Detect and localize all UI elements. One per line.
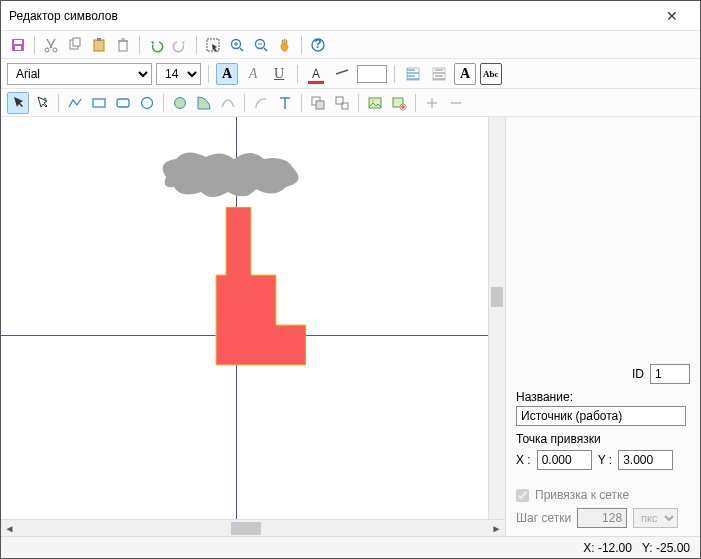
font-toolbar: Arial 14 A A U A A Abc	[1, 59, 700, 89]
svg-rect-19	[117, 99, 129, 107]
align-left-icon[interactable]	[402, 63, 424, 85]
svg-rect-18	[93, 99, 105, 107]
vertical-scrollbar[interactable]	[488, 117, 505, 519]
close-icon[interactable]: ✕	[652, 8, 692, 24]
window-title: Редактор символов	[9, 9, 652, 23]
horizontal-scrollbar[interactable]: ◄ ►	[1, 519, 505, 536]
snap-label: Привязка к сетке	[535, 488, 629, 502]
cut-icon[interactable]	[40, 34, 62, 56]
help-icon[interactable]: ?	[307, 34, 329, 56]
plus-icon[interactable]	[421, 92, 443, 114]
svg-rect-23	[316, 101, 324, 109]
copy-icon[interactable]	[64, 34, 86, 56]
svg-rect-6	[73, 38, 80, 46]
shape-red-polygon[interactable]	[206, 207, 306, 367]
svg-point-21	[175, 97, 186, 108]
save-icon[interactable]	[7, 34, 29, 56]
pointer-tool-icon[interactable]	[7, 92, 29, 114]
filled-circle-tool-icon[interactable]	[169, 92, 191, 114]
draw-toolbar	[1, 89, 700, 117]
svg-rect-8	[97, 38, 101, 41]
titlebar: Редактор символов ✕	[1, 1, 700, 31]
fill-color-box[interactable]	[357, 65, 387, 83]
svg-text:?: ?	[314, 37, 321, 51]
redo-icon[interactable]	[169, 34, 191, 56]
font-color-button[interactable]: A	[305, 63, 327, 85]
rect-tool-icon[interactable]	[88, 92, 110, 114]
svg-rect-26	[369, 98, 381, 108]
id-field[interactable]	[650, 364, 690, 384]
status-x: X: -12.00	[583, 541, 632, 555]
text-frame-button[interactable]: A	[454, 63, 476, 85]
pan-icon[interactable]	[274, 34, 296, 56]
id-label: ID	[632, 367, 644, 381]
font-family-select[interactable]: Arial	[7, 63, 152, 85]
paste-icon[interactable]	[88, 34, 110, 56]
name-label: Название:	[516, 390, 573, 404]
select-rect-icon[interactable]	[202, 34, 224, 56]
grid-step-unit: пкс	[633, 508, 678, 528]
undo-icon[interactable]	[145, 34, 167, 56]
canvas[interactable]	[1, 117, 505, 519]
grid-step-field	[577, 508, 627, 528]
curve-tool-icon[interactable]	[217, 92, 239, 114]
svg-point-17	[44, 97, 47, 100]
line-style-button[interactable]	[331, 63, 353, 85]
anchor-label: Точка привязки	[516, 432, 601, 446]
align-center-icon[interactable]	[428, 63, 450, 85]
svg-rect-9	[119, 41, 127, 51]
grid-step-label: Шаг сетки	[516, 511, 571, 525]
name-field[interactable]	[516, 406, 686, 426]
x-label: X :	[516, 453, 531, 467]
group-icon[interactable]	[307, 92, 329, 114]
delete-icon[interactable]	[112, 34, 134, 56]
image-tool-icon[interactable]	[364, 92, 386, 114]
edit-points-tool-icon[interactable]	[31, 92, 53, 114]
anchor-x-field[interactable]	[537, 450, 592, 470]
snap-checkbox	[516, 489, 529, 502]
scroll-left-icon[interactable]: ◄	[1, 520, 18, 537]
font-size-select[interactable]: 14	[156, 63, 201, 85]
svg-point-20	[142, 97, 153, 108]
image-add-icon[interactable]	[388, 92, 410, 114]
text-abc-button[interactable]: Abc	[480, 63, 502, 85]
properties-panel: ID Название: Точка привязки X : Y :	[505, 117, 700, 536]
roundrect-tool-icon[interactable]	[112, 92, 134, 114]
minus-icon[interactable]	[445, 92, 467, 114]
svg-point-4	[53, 48, 57, 52]
shape-cloud[interactable]	[156, 147, 306, 202]
bold-button[interactable]: A	[216, 63, 238, 85]
anchor-y-field[interactable]	[618, 450, 673, 470]
filled-pie-tool-icon[interactable]	[193, 92, 215, 114]
status-bar: X: -12.00 Y: -25.00	[1, 536, 700, 558]
svg-rect-2	[15, 46, 21, 50]
underline-button[interactable]: U	[268, 63, 290, 85]
zoom-in-icon[interactable]	[226, 34, 248, 56]
svg-point-3	[45, 48, 49, 52]
y-label: Y :	[598, 453, 612, 467]
status-y: Y: -25.00	[642, 541, 690, 555]
circle-tool-icon[interactable]	[136, 92, 158, 114]
svg-point-27	[372, 99, 375, 102]
main-toolbar: ?	[1, 31, 700, 59]
polyline-tool-icon[interactable]	[64, 92, 86, 114]
italic-button[interactable]: A	[242, 63, 264, 85]
text-tool-icon[interactable]	[274, 92, 296, 114]
svg-rect-1	[14, 40, 22, 44]
scroll-right-icon[interactable]: ►	[488, 520, 505, 537]
zoom-out-icon[interactable]	[250, 34, 272, 56]
svg-rect-7	[94, 40, 104, 51]
arc-tool-icon[interactable]	[250, 92, 272, 114]
ungroup-icon[interactable]	[331, 92, 353, 114]
